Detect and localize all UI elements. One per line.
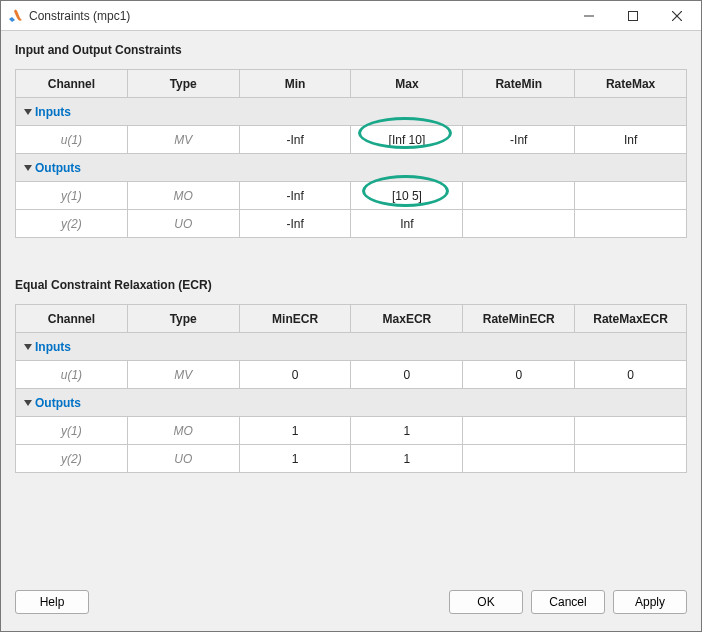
cell-type[interactable]: UO — [127, 445, 239, 473]
cell-type[interactable]: MO — [127, 182, 239, 210]
ecr-outputs-group[interactable]: Outputs — [16, 389, 687, 417]
maximize-button[interactable] — [611, 2, 655, 30]
cell-channel[interactable]: u(1) — [16, 361, 128, 389]
caret-down-icon — [24, 344, 32, 350]
matlab-icon — [7, 8, 23, 24]
caret-down-icon — [24, 400, 32, 406]
window-title: Constraints (mpc1) — [29, 9, 567, 23]
io-inputs-group[interactable]: Inputs — [16, 98, 687, 126]
ecr-inputs-label: Inputs — [35, 340, 71, 354]
cell-maxecr[interactable]: 0 — [351, 361, 463, 389]
cell-ratemax[interactable]: Inf — [575, 126, 687, 154]
io-outputs-group[interactable]: Outputs — [16, 154, 687, 182]
ok-button[interactable]: OK — [449, 590, 523, 614]
cell-rateminecr[interactable]: 0 — [463, 361, 575, 389]
caret-down-icon — [24, 165, 32, 171]
cell-min[interactable]: -Inf — [239, 126, 351, 154]
cell-max[interactable]: [Inf 10] — [351, 126, 463, 154]
apply-button[interactable]: Apply — [613, 590, 687, 614]
cell-min[interactable]: -Inf — [239, 210, 351, 238]
table-row: y(1) MO 1 1 — [16, 417, 687, 445]
io-constraints-table: Channel Type Min Max RateMin RateMax Inp… — [15, 69, 687, 238]
cell-max[interactable]: [10 5] — [351, 182, 463, 210]
close-button[interactable] — [655, 2, 699, 30]
ecr-col-minecr[interactable]: MinECR — [239, 305, 351, 333]
cell-type[interactable]: UO — [127, 210, 239, 238]
cell-minecr[interactable]: 1 — [239, 445, 351, 473]
cell-maxecr[interactable]: 1 — [351, 417, 463, 445]
ecr-section-title: Equal Constraint Relaxation (ECR) — [15, 278, 687, 292]
cell-type[interactable]: MO — [127, 417, 239, 445]
cell-channel[interactable]: y(2) — [16, 210, 128, 238]
cell-ratemin[interactable] — [463, 210, 575, 238]
io-col-ratemax[interactable]: RateMax — [575, 70, 687, 98]
table-row: y(2) UO -Inf Inf — [16, 210, 687, 238]
io-table-wrap: Channel Type Min Max RateMin RateMax Inp… — [15, 69, 687, 238]
cell-ratemaxecr[interactable] — [575, 417, 687, 445]
cell-channel[interactable]: u(1) — [16, 126, 128, 154]
dialog-footer: Help OK Cancel Apply — [1, 583, 701, 631]
io-col-type[interactable]: Type — [127, 70, 239, 98]
io-col-min[interactable]: Min — [239, 70, 351, 98]
cell-minecr[interactable]: 1 — [239, 417, 351, 445]
ecr-col-maxecr[interactable]: MaxECR — [351, 305, 463, 333]
ecr-table: Channel Type MinECR MaxECR RateMinECR Ra… — [15, 304, 687, 473]
cell-ratemin[interactable]: -Inf — [463, 126, 575, 154]
io-col-channel[interactable]: Channel — [16, 70, 128, 98]
cell-ratemaxecr[interactable]: 0 — [575, 361, 687, 389]
svg-rect-1 — [629, 11, 638, 20]
ecr-col-rateminecr[interactable]: RateMinECR — [463, 305, 575, 333]
io-col-max[interactable]: Max — [351, 70, 463, 98]
io-section-title: Input and Output Constraints — [15, 43, 687, 57]
io-inputs-label: Inputs — [35, 105, 71, 119]
table-row: u(1) MV 0 0 0 0 — [16, 361, 687, 389]
titlebar: Constraints (mpc1) — [1, 1, 701, 31]
table-row: y(1) MO -Inf [10 5] — [16, 182, 687, 210]
ecr-table-wrap: Channel Type MinECR MaxECR RateMinECR Ra… — [15, 304, 687, 473]
minimize-button[interactable] — [567, 2, 611, 30]
cell-rateminecr[interactable] — [463, 445, 575, 473]
io-outputs-label: Outputs — [35, 161, 81, 175]
help-button[interactable]: Help — [15, 590, 89, 614]
ecr-col-channel[interactable]: Channel — [16, 305, 128, 333]
cell-maxecr[interactable]: 1 — [351, 445, 463, 473]
cell-ratemax[interactable] — [575, 210, 687, 238]
io-col-ratemin[interactable]: RateMin — [463, 70, 575, 98]
cell-min[interactable]: -Inf — [239, 182, 351, 210]
cell-rateminecr[interactable] — [463, 417, 575, 445]
ecr-col-ratemaxecr[interactable]: RateMaxECR — [575, 305, 687, 333]
cell-ratemin[interactable] — [463, 182, 575, 210]
cell-ratemax[interactable] — [575, 182, 687, 210]
cell-channel[interactable]: y(2) — [16, 445, 128, 473]
cell-max[interactable]: Inf — [351, 210, 463, 238]
cell-type[interactable]: MV — [127, 126, 239, 154]
ecr-col-type[interactable]: Type — [127, 305, 239, 333]
cell-channel[interactable]: y(1) — [16, 182, 128, 210]
spacer — [15, 238, 687, 278]
constraints-dialog: Constraints (mpc1) Input and Output Cons… — [0, 0, 702, 632]
ecr-outputs-label: Outputs — [35, 396, 81, 410]
cell-type[interactable]: MV — [127, 361, 239, 389]
table-row: y(2) UO 1 1 — [16, 445, 687, 473]
cell-minecr[interactable]: 0 — [239, 361, 351, 389]
dialog-content: Input and Output Constraints Channel Typ… — [1, 31, 701, 583]
cancel-button[interactable]: Cancel — [531, 590, 605, 614]
cell-ratemaxecr[interactable] — [575, 445, 687, 473]
cell-channel[interactable]: y(1) — [16, 417, 128, 445]
table-row: u(1) MV -Inf [Inf 10] -Inf Inf — [16, 126, 687, 154]
ecr-inputs-group[interactable]: Inputs — [16, 333, 687, 361]
caret-down-icon — [24, 109, 32, 115]
